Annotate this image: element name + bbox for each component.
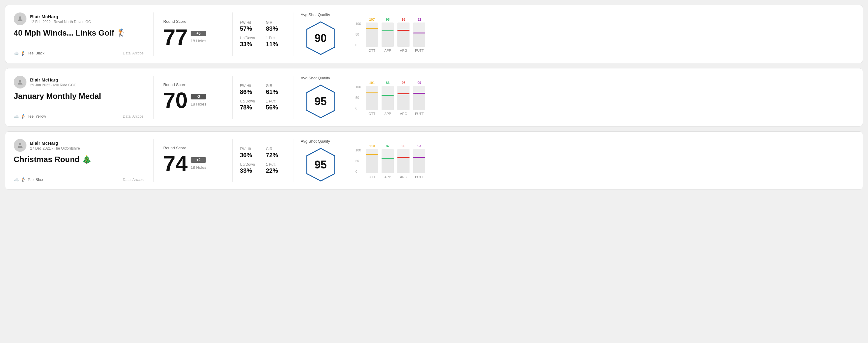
bar-wrapper-ott xyxy=(366,86,378,110)
bar-wrapper-arg xyxy=(397,23,409,47)
bar-wrapper-putt xyxy=(413,149,425,173)
user-row-round2: Blair McHarg 29 Jan 2022 · Mill Ride GCC xyxy=(14,76,144,89)
bar-label-app: APP xyxy=(384,49,391,52)
bar-value-arg: 98 xyxy=(402,18,405,21)
bar-value-ott: 110 xyxy=(369,144,375,148)
tee-info-round2: ☁️ 🏌 Tee: Yellow xyxy=(14,114,46,119)
round-title-round2: January Monthly Medal xyxy=(14,92,144,101)
holes-label-round2: 18 Holes xyxy=(191,102,206,106)
gir-val-round1: 83% xyxy=(266,25,286,32)
gir-val-round3: 72% xyxy=(266,152,286,159)
avatar-round1 xyxy=(14,12,26,25)
fw-hit-val-round3: 36% xyxy=(240,152,260,159)
y-axis-0: 0 xyxy=(355,106,361,110)
bar-fill-putt xyxy=(413,157,425,173)
oneputt-val-round3: 22% xyxy=(266,167,286,174)
bar-label-ott: OTT xyxy=(369,175,375,179)
bar-label-putt: PUTT xyxy=(415,175,424,179)
updown-label-round1: Up/Down xyxy=(240,36,260,40)
holes-label-round3: 18 Holes xyxy=(191,165,206,170)
bar-value-putt: 82 xyxy=(417,18,421,21)
user-name-round1: Blair McHarg xyxy=(30,14,91,19)
svg-point-4 xyxy=(19,143,21,145)
bar-wrapper-ott xyxy=(366,149,378,173)
bar-value-putt: 99 xyxy=(417,81,421,85)
data-source-round2: Data: Arccos xyxy=(123,114,144,119)
y-axis-0: 0 xyxy=(355,170,361,173)
stat-gir-round3: GIR 72% xyxy=(266,147,286,159)
bar-fill-arg xyxy=(397,157,409,173)
stat-oneputt-round2: 1 Putt 56% xyxy=(266,99,286,111)
card-footer-round1: ☁️ 🏌 Tee: Black Data: Arccos xyxy=(14,51,144,56)
bar-label-ott: OTT xyxy=(369,112,375,116)
bar-fill-app xyxy=(381,158,394,173)
bar-marker-ott xyxy=(366,28,378,29)
bar-fill-ott xyxy=(366,92,378,110)
card-quality-round1: Avg Shot Quality 90 xyxy=(293,12,348,56)
stat-gir-round1: GIR 83% xyxy=(266,20,286,32)
bar-fill-arg xyxy=(397,30,409,47)
bar-fill-putt xyxy=(413,33,425,47)
bar-group-app: 87 APP xyxy=(381,144,394,179)
bar-marker-arg xyxy=(397,30,409,31)
hexagon-round3: 95 xyxy=(306,147,336,182)
bar-label-app: APP xyxy=(384,175,391,179)
svg-point-2 xyxy=(19,80,21,82)
bar-fill-ott xyxy=(366,154,378,173)
bar-group-putt: 82 PUTT xyxy=(413,18,425,52)
bar-group-app: 86 APP xyxy=(381,81,394,116)
bar-marker-arg xyxy=(397,157,409,158)
bar-wrapper-putt xyxy=(413,86,425,110)
card-score-round3: Round Score 74 +2 18 Holes xyxy=(154,139,232,182)
data-source-round1: Data: Arccos xyxy=(123,51,144,55)
bar-label-putt: PUTT xyxy=(415,112,424,116)
club-icon-round1: 🏌 xyxy=(21,51,26,56)
stat-fw-hit-round1: FW Hit 57% xyxy=(240,20,260,32)
bar-value-app: 87 xyxy=(386,144,390,148)
tee-info-round1: ☁️ 🏌 Tee: Black xyxy=(14,51,44,56)
club-icon-round2: 🏌 xyxy=(21,114,26,119)
bar-wrapper-app xyxy=(381,23,394,47)
bar-wrapper-ott xyxy=(366,23,378,47)
oneputt-label-round1: 1 Putt xyxy=(266,36,286,40)
quality-label-round1: Avg Shot Quality xyxy=(301,12,330,17)
score-big-round2: 70 xyxy=(163,89,188,111)
bar-group-ott: 101 OTT xyxy=(366,81,378,116)
y-axis-100: 100 xyxy=(355,22,361,26)
data-source-round3: Data: Arccos xyxy=(123,178,144,182)
y-axis-50: 50 xyxy=(355,96,361,99)
bar-fill-putt xyxy=(413,93,425,110)
hex-score-round1: 90 xyxy=(314,32,327,45)
round-card-round3: Blair McHarg 27 Dec 2021 · The Oxfordshi… xyxy=(5,131,863,190)
round-title-round3: Christmas Round 🎄 xyxy=(14,155,144,164)
score-diff-round3: +2 xyxy=(191,157,206,163)
card-score-round1: Round Score 77 +5 18 Holes xyxy=(154,12,232,56)
tee-label-round3: Tee: Blue xyxy=(28,178,43,182)
fw-hit-label-round1: FW Hit xyxy=(240,20,260,25)
bar-fill-app xyxy=(381,95,394,110)
bar-group-arg: 95 ARG xyxy=(397,144,409,179)
card-chart-round3: 100 50 0 110 OTT 87 APP 95 xyxy=(348,139,854,182)
updown-val-round3: 33% xyxy=(240,167,260,174)
bar-group-arg: 96 ARG xyxy=(397,81,409,116)
score-diff-round2: -2 xyxy=(191,94,206,99)
bar-marker-ott xyxy=(366,92,378,93)
round-title-round1: 40 Mph Winds... Links Golf 🏌️ xyxy=(14,28,144,38)
bar-wrapper-app xyxy=(381,86,394,110)
y-axis-100: 100 xyxy=(355,148,361,152)
round-score-label-round1: Round Score xyxy=(163,19,222,24)
bar-label-arg: ARG xyxy=(400,175,407,179)
stats-grid-round3: FW Hit 36% GIR 72% Up/Down 33% 1 Putt 22… xyxy=(240,147,286,174)
bar-group-putt: 99 PUTT xyxy=(413,81,425,116)
stat-gir-round2: GIR 61% xyxy=(266,84,286,95)
updown-val-round2: 78% xyxy=(240,104,260,111)
bar-value-arg: 96 xyxy=(402,81,405,85)
stat-updown-round2: Up/Down 78% xyxy=(240,99,260,111)
bar-marker-app xyxy=(381,158,394,159)
card-left-round3: Blair McHarg 27 Dec 2021 · The Oxfordshi… xyxy=(14,139,154,182)
bar-label-app: APP xyxy=(384,112,391,116)
card-chart-round1: 100 50 0 107 OTT 95 APP 98 xyxy=(348,12,854,56)
svg-point-0 xyxy=(19,17,21,19)
bar-group-arg: 98 ARG xyxy=(397,18,409,52)
bar-wrapper-arg xyxy=(397,149,409,173)
